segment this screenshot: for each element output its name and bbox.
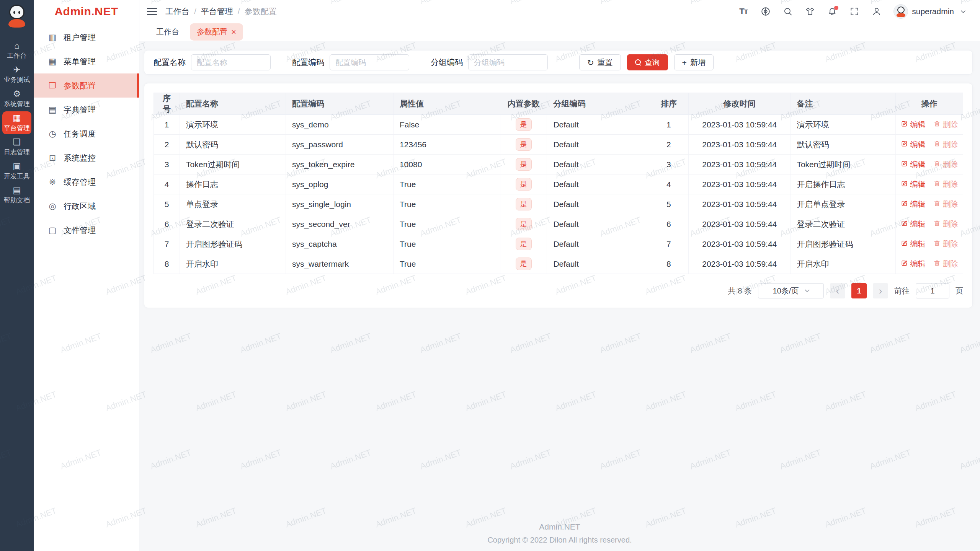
rail-item-business-test[interactable]: ✈业务测试: [2, 63, 31, 86]
edit-label: 编辑: [910, 119, 926, 130]
edit-button[interactable]: 编辑: [901, 239, 926, 249]
task-scheduling-icon: ◷: [47, 129, 57, 139]
font-size-icon[interactable]: Tт: [738, 6, 749, 17]
menu-collapse-icon[interactable]: [147, 8, 157, 15]
cell-remark: Token过期时间: [791, 155, 896, 174]
goto-page-input[interactable]: [916, 283, 949, 298]
sidebar-item-task-scheduling[interactable]: ◷任务调度: [34, 122, 139, 146]
cell-index: 6: [154, 214, 180, 234]
delete-label: 删除: [943, 259, 958, 269]
trash-icon: [933, 240, 941, 249]
sidebar-item-system-monitor[interactable]: ⊡系统监控: [34, 146, 139, 170]
builtin-tag: 是: [516, 138, 532, 151]
notification-badge-dot: [834, 6, 838, 10]
edit-button[interactable]: 编辑: [901, 199, 926, 209]
delete-button[interactable]: 删除: [933, 139, 958, 150]
edit-button[interactable]: 编辑: [901, 219, 926, 229]
notification-bell-icon[interactable]: [827, 6, 838, 17]
cell-group: Default: [547, 234, 649, 254]
table-header-row: 序号配置名称配置编码属性值内置参数分组编码排序修改时间备注操作: [154, 93, 963, 115]
column-header-remark: 备注: [791, 93, 896, 115]
user-avatar[interactable]: [893, 4, 908, 19]
search-icon[interactable]: [782, 6, 793, 17]
user-icon[interactable]: [871, 6, 882, 17]
sidebar-item-file-management[interactable]: ▢文件管理: [34, 218, 139, 242]
cell-time: 2023-01-03 10:59:44: [689, 214, 791, 234]
navbar-right: Tт: [738, 4, 969, 19]
cell-name: 演示环境: [180, 115, 286, 135]
search-label: 查询: [645, 57, 660, 68]
rail-item-label: 业务测试: [4, 75, 30, 84]
table-row: 5单点登录sys_single_loginTrue是Default52023-0…: [154, 194, 963, 214]
group-code-input[interactable]: [468, 54, 548, 70]
delete-button[interactable]: 删除: [933, 259, 958, 269]
rail-item-help-docs[interactable]: ▤帮助文档: [2, 184, 31, 207]
cell-time: 2023-01-03 10:59:44: [689, 234, 791, 254]
rail-item-platform-management[interactable]: ▦平台管理: [2, 111, 31, 134]
search-button[interactable]: 查询: [627, 54, 668, 70]
builtin-tag: 是: [516, 238, 532, 251]
add-button[interactable]: + 新增: [674, 54, 714, 70]
mascot-head: [9, 5, 24, 19]
page-size-select[interactable]: 10条/页: [758, 283, 824, 298]
next-page-button[interactable]: ›: [873, 283, 888, 298]
cell-value: True: [393, 254, 500, 274]
delete-label: 删除: [943, 239, 958, 249]
sidebar-item-param-config[interactable]: ❐参数配置: [34, 73, 139, 98]
delete-button[interactable]: 删除: [933, 239, 958, 249]
theme-skin-icon[interactable]: [805, 6, 815, 17]
page-number-1[interactable]: 1: [851, 283, 867, 298]
row-operations: 编辑删除: [902, 139, 957, 150]
sidebar-item-admin-region[interactable]: ◎行政区域: [34, 194, 139, 218]
delete-button[interactable]: 删除: [933, 159, 958, 170]
config-name-input[interactable]: [191, 54, 271, 70]
sidebar-item-cache-management[interactable]: ※缓存管理: [34, 170, 139, 194]
cell-name: 默认密码: [180, 135, 286, 155]
delete-button[interactable]: 删除: [933, 119, 958, 130]
fullscreen-icon[interactable]: [849, 6, 860, 17]
plus-icon: +: [682, 59, 687, 67]
sidebar-item-dict-management[interactable]: ▤字典管理: [34, 98, 139, 122]
sidebar-item-menu-management[interactable]: ▦菜单管理: [34, 49, 139, 73]
edit-button[interactable]: 编辑: [901, 179, 926, 189]
cell-group: Default: [547, 194, 649, 214]
tab-工作台[interactable]: 工作台: [149, 23, 186, 41]
delete-button[interactable]: 删除: [933, 199, 958, 209]
rail-item-label: 开发工具: [4, 172, 30, 181]
rail-item-dev-tools[interactable]: ▣开发工具: [2, 160, 31, 183]
icon-rail: ⌂工作台✈业务测试⚙系统管理▦平台管理❏日志管理▣开发工具▤帮助文档: [0, 0, 34, 551]
close-icon[interactable]: ×: [231, 28, 236, 36]
rail-item-workbench[interactable]: ⌂工作台: [2, 39, 31, 62]
edit-icon: [901, 120, 908, 129]
delete-button[interactable]: 删除: [933, 219, 958, 229]
config-code-input[interactable]: [330, 54, 409, 70]
cell-code: sys_oplog: [286, 174, 393, 194]
reset-button[interactable]: ↻ 重置: [579, 54, 621, 70]
breadcrumb-item[interactable]: 平台管理: [201, 6, 233, 17]
sidebar-menu: ▥租户管理▦菜单管理❐参数配置▤字典管理◷任务调度⊡系统监控※缓存管理◎行政区域…: [34, 23, 139, 242]
goto-label: 前往: [894, 286, 910, 296]
user-dropdown[interactable]: superadmin: [893, 4, 969, 19]
file-management-icon: ▢: [47, 225, 57, 235]
edit-button[interactable]: 编辑: [901, 139, 926, 150]
sidebar-item-tenant-management[interactable]: ▥租户管理: [34, 25, 139, 49]
table-row: 2默认密码sys_password123456是Default22023-01-…: [154, 135, 963, 155]
edit-button[interactable]: 编辑: [901, 159, 926, 170]
cell-ops: 编辑删除: [896, 194, 963, 214]
edit-button[interactable]: 编辑: [901, 259, 926, 269]
language-icon[interactable]: [760, 6, 771, 17]
rail-item-log-management[interactable]: ❏日志管理: [2, 135, 31, 158]
breadcrumb-item[interactable]: 工作台: [165, 6, 189, 17]
rail-item-system-management[interactable]: ⚙系统管理: [2, 87, 31, 110]
delete-button[interactable]: 删除: [933, 179, 958, 189]
tab-参数配置[interactable]: 参数配置×: [190, 23, 243, 41]
cell-code: sys_demo: [286, 115, 393, 135]
filter-config-name: 配置名称: [154, 54, 271, 70]
trash-icon: [933, 120, 941, 129]
mascot-body: [8, 19, 25, 28]
edit-button[interactable]: 编辑: [901, 119, 926, 130]
prev-page-button[interactable]: ‹: [830, 283, 845, 298]
admin-region-icon: ◎: [47, 201, 57, 211]
cell-time: 2023-01-03 10:59:44: [689, 254, 791, 274]
tags-view: 工作台参数配置×: [139, 23, 980, 41]
